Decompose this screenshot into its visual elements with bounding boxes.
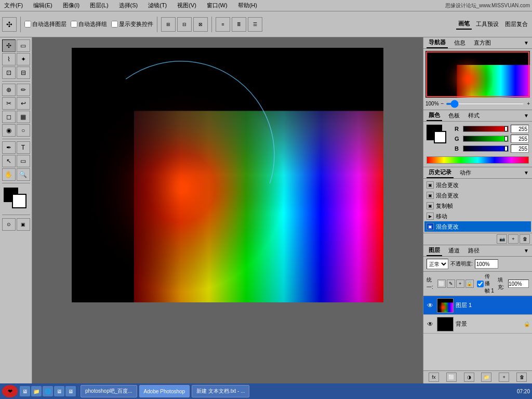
lasso-tool[interactable]: ⌇	[2, 53, 16, 65]
green-slider[interactable]	[463, 136, 509, 142]
move-tool[interactable]: ✣	[2, 39, 16, 52]
hand-tool[interactable]: ✋	[2, 168, 16, 181]
tab-paths[interactable]: 路径	[466, 246, 482, 256]
menu-window[interactable]: 窗口(W)	[205, 1, 230, 10]
blur-tool[interactable]: ◉	[2, 124, 16, 137]
move-tool-icon[interactable]: ✣	[2, 17, 17, 32]
history-item-3[interactable]: ▶ 移动	[424, 211, 531, 221]
show-transform-checkbox[interactable]	[111, 21, 118, 28]
layer-new-btn[interactable]: +	[499, 373, 509, 382]
color-spectrum-bar[interactable]	[427, 156, 529, 164]
zoom-slider[interactable]	[446, 103, 525, 105]
layer-item-0[interactable]: 👁 图层 1	[423, 296, 532, 315]
pen-tool[interactable]: ✒	[2, 141, 16, 154]
tab-histogram[interactable]: 直方图	[472, 38, 493, 48]
layer-style-btn[interactable]: fx	[429, 373, 439, 382]
menu-help[interactable]: 帮助(H)	[236, 1, 259, 10]
tab-styles[interactable]: 样式	[466, 111, 482, 121]
clone-tool[interactable]: ✂	[2, 97, 16, 110]
tab-color[interactable]: 颜色	[427, 110, 442, 121]
layer-del-btn[interactable]: 🗑	[516, 373, 527, 382]
menu-edit[interactable]: 编辑(E)	[31, 1, 55, 10]
navigator-collapse[interactable]: ▼	[524, 40, 529, 46]
taskbar-icon-3[interactable]: 🌐	[43, 386, 53, 396]
text-tool[interactable]: T	[17, 141, 30, 154]
layer-eye-1[interactable]: 👁	[425, 320, 435, 329]
start-button[interactable]: ❤	[2, 385, 18, 397]
background-color[interactable]	[12, 194, 26, 208]
spot-heal[interactable]: ⊕	[2, 84, 16, 96]
screen-mode[interactable]: ▣	[17, 218, 30, 231]
layers-collapse[interactable]: ▼	[524, 248, 529, 254]
align-btn-3[interactable]: ⊠	[193, 17, 208, 32]
lock-all[interactable]: 🔒	[466, 280, 474, 288]
layer-eye-0[interactable]: 👁	[425, 301, 435, 310]
gradient-tool[interactable]: ▦	[17, 111, 30, 123]
menu-view[interactable]: 视图(V)	[175, 1, 198, 10]
dist-btn-1[interactable]: ≡	[216, 17, 230, 32]
zoom-out-icon[interactable]: −	[441, 101, 444, 107]
tab-navigator[interactable]: 导航器	[427, 37, 448, 48]
taskbar-icon-2[interactable]: 📁	[31, 386, 42, 396]
color-collapse[interactable]: ▼	[524, 113, 529, 118]
eraser-tool[interactable]: ◻	[2, 111, 16, 123]
lock-move[interactable]: ✎	[447, 280, 455, 288]
marquee-tool[interactable]: ▭	[17, 39, 30, 52]
menu-layer[interactable]: 图层(L)	[88, 1, 110, 10]
shape-tool[interactable]: ▭	[17, 155, 30, 167]
fill-input[interactable]	[508, 280, 529, 288]
tab-info[interactable]: 信息	[452, 38, 468, 48]
tab-tool-preset[interactable]: 工具预设	[474, 19, 501, 29]
taskbar-app-2[interactable]: 新建 文本文档.txt - ...	[192, 385, 249, 397]
lock-px[interactable]: ⬜	[437, 280, 446, 288]
layer-item-1[interactable]: 👁 背景 🔒	[423, 315, 532, 334]
align-btn-1[interactable]: ⊞	[161, 17, 176, 32]
history-delete[interactable]: 🗑	[520, 234, 530, 244]
path-select[interactable]: ↖	[2, 155, 16, 167]
opacity-input[interactable]	[475, 259, 498, 269]
tab-layer-comp[interactable]: 图层复合	[503, 19, 530, 29]
auto-select-layer-checkbox[interactable]	[24, 21, 31, 28]
lock-pos[interactable]: +	[456, 280, 464, 288]
menu-filter[interactable]: 滤镜(T)	[146, 1, 169, 10]
transmit-label[interactable]: 传播帧 1	[477, 273, 495, 295]
layer-group-btn[interactable]: 📁	[481, 373, 491, 382]
red-slider[interactable]	[463, 126, 509, 132]
taskbar-app-0[interactable]: photoshop吧_百度...	[81, 385, 137, 397]
b-value[interactable]: 255	[511, 144, 529, 153]
tab-brush[interactable]: 画笔	[456, 19, 472, 30]
history-brush[interactable]: ↩	[17, 97, 30, 110]
history-new-state[interactable]: +	[508, 234, 518, 244]
tab-actions[interactable]: 动作	[458, 168, 473, 178]
taskbar-icon-5[interactable]: 🖥	[65, 386, 76, 396]
tab-channels[interactable]: 通道	[446, 246, 462, 256]
history-new-snap[interactable]: 📷	[497, 234, 507, 244]
blue-slider[interactable]	[463, 145, 509, 152]
zoom-tool[interactable]: 🔍	[17, 168, 30, 181]
g-value[interactable]: 255	[511, 135, 529, 143]
magic-wand[interactable]: ✦	[17, 53, 30, 65]
slice-tool[interactable]: ⊟	[17, 66, 30, 79]
menu-file[interactable]: 文件(F)	[2, 1, 25, 10]
quick-mask[interactable]: ⊙	[2, 218, 16, 231]
main-canvas[interactable]	[72, 48, 383, 302]
transmit-checkbox[interactable]	[477, 281, 484, 287]
taskbar-icon-1[interactable]: 🖥	[20, 386, 30, 396]
dodge-tool[interactable]: ○	[17, 124, 30, 137]
brush-tool[interactable]: ✏	[17, 84, 30, 96]
history-item-1[interactable]: ▣ 混合更改	[424, 190, 531, 201]
menu-select[interactable]: 选择(S)	[117, 1, 140, 10]
auto-select-group-label[interactable]: 自动选择组	[71, 20, 107, 28]
auto-select-group-checkbox[interactable]	[71, 21, 77, 28]
layer-adj-btn[interactable]: ◑	[464, 373, 474, 382]
dist-btn-3[interactable]: ☰	[248, 17, 262, 32]
align-btn-2[interactable]: ⊟	[177, 17, 192, 32]
r-value[interactable]: 255	[511, 125, 529, 133]
color-bg-swatch[interactable]	[434, 131, 446, 143]
history-item-4[interactable]: ▣ 混合更改	[424, 221, 531, 232]
layer-mask-btn[interactable]: ⬜	[446, 373, 457, 382]
zoom-in-icon[interactable]: +	[527, 101, 530, 107]
taskbar-app-1[interactable]: Adobe Photoshop	[139, 385, 190, 397]
show-transform-label[interactable]: 显示变换控件	[111, 20, 153, 28]
taskbar-icon-4[interactable]: 🖥	[54, 386, 64, 396]
